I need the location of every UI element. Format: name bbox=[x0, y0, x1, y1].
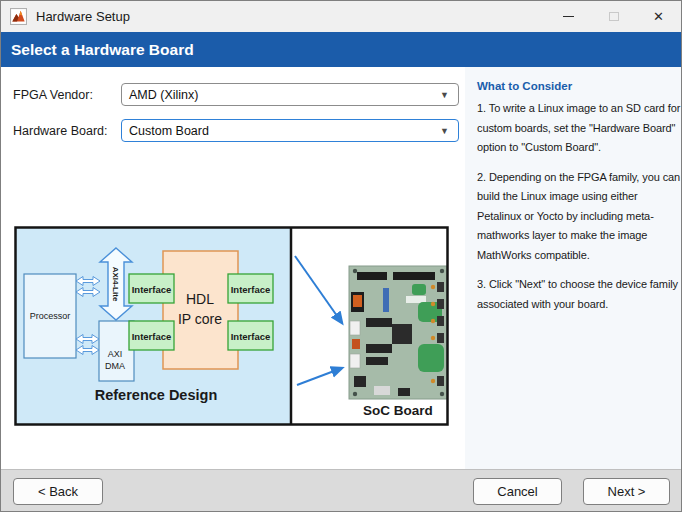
hdl-label-line2: IP core bbox=[178, 311, 222, 327]
svg-text:Interface: Interface bbox=[132, 331, 172, 342]
soc-board-label: SoC Board bbox=[363, 403, 433, 418]
axi-dma-label-line2: DMA bbox=[105, 361, 125, 371]
processor-label: Processor bbox=[30, 311, 71, 321]
maximize-button[interactable] bbox=[591, 1, 636, 32]
interface-box-bottom-right: Interface bbox=[228, 321, 273, 350]
fpga-vendor-row: FPGA Vendor: AMD (Xilinx) ▼ bbox=[13, 83, 459, 106]
window-controls: ✕ bbox=[546, 1, 681, 32]
dropdown-arrow-icon: ▼ bbox=[440, 125, 449, 135]
close-button[interactable]: ✕ bbox=[636, 1, 681, 32]
main-area: FPGA Vendor: AMD (Xilinx) ▼ Hardware Boa… bbox=[1, 67, 681, 469]
svg-text:Interface: Interface bbox=[231, 284, 271, 295]
hardware-board-value: Custom Board bbox=[129, 124, 209, 138]
page-title: Select a Hardware Board bbox=[11, 41, 194, 59]
axi-dma-label-line1: AXI bbox=[108, 349, 123, 359]
minimize-button[interactable] bbox=[546, 1, 591, 32]
content-area: FPGA Vendor: AMD (Xilinx) ▼ Hardware Boa… bbox=[1, 67, 465, 469]
hdl-label-line1: HDL bbox=[186, 291, 214, 307]
reference-design-label: Reference Design bbox=[95, 387, 218, 403]
cancel-button[interactable]: Cancel bbox=[473, 478, 562, 505]
fpga-vendor-value: AMD (Xilinx) bbox=[129, 88, 198, 102]
svg-text:Interface: Interface bbox=[132, 284, 172, 295]
help-panel-title: What to Consider bbox=[477, 80, 681, 92]
interface-box-top-right: Interface bbox=[228, 274, 273, 303]
soc-board-image bbox=[349, 266, 447, 399]
next-button[interactable]: Next > bbox=[583, 478, 670, 505]
close-icon: ✕ bbox=[653, 10, 664, 23]
back-button[interactable]: < Back bbox=[13, 478, 103, 505]
hardware-board-label: Hardware Board: bbox=[13, 124, 121, 138]
help-panel: What to Consider 1. To write a Linux ima… bbox=[465, 67, 681, 469]
architecture-diagram: Processor AXI4-Lite AXI DMA HDL IP core bbox=[14, 226, 449, 426]
maximize-icon bbox=[609, 12, 619, 21]
help-paragraph-3: 3. Click "Next" to choose the device fam… bbox=[477, 275, 681, 314]
minimize-icon bbox=[563, 16, 574, 17]
footer-bar: < Back Cancel Next > bbox=[1, 469, 681, 512]
fpga-vendor-label: FPGA Vendor: bbox=[13, 88, 121, 102]
window-title: Hardware Setup bbox=[36, 9, 130, 24]
hardware-setup-window: Hardware Setup ✕ Select a Hardware Board… bbox=[0, 0, 682, 512]
fpga-vendor-dropdown[interactable]: AMD (Xilinx) ▼ bbox=[121, 83, 459, 106]
help-paragraph-1: 1. To write a Linux image to an SD card … bbox=[477, 99, 681, 158]
matlab-logo-icon bbox=[10, 8, 27, 25]
axi4-lite-label: AXI4-Lite bbox=[111, 267, 120, 302]
dropdown-arrow-icon: ▼ bbox=[440, 89, 449, 99]
help-paragraph-2: 2. Depending on the FPGA family, you can… bbox=[477, 168, 681, 266]
interface-box-top-left: Interface bbox=[129, 274, 174, 303]
wizard-header: Select a Hardware Board bbox=[1, 32, 681, 67]
interface-box-bottom-left: Interface bbox=[129, 321, 174, 350]
hardware-board-row: Hardware Board: Custom Board ▼ bbox=[13, 119, 459, 142]
titlebar: Hardware Setup ✕ bbox=[1, 1, 681, 32]
hdl-ip-core-box bbox=[163, 251, 238, 369]
hardware-board-dropdown[interactable]: Custom Board ▼ bbox=[121, 119, 459, 142]
svg-text:Interface: Interface bbox=[231, 331, 271, 342]
